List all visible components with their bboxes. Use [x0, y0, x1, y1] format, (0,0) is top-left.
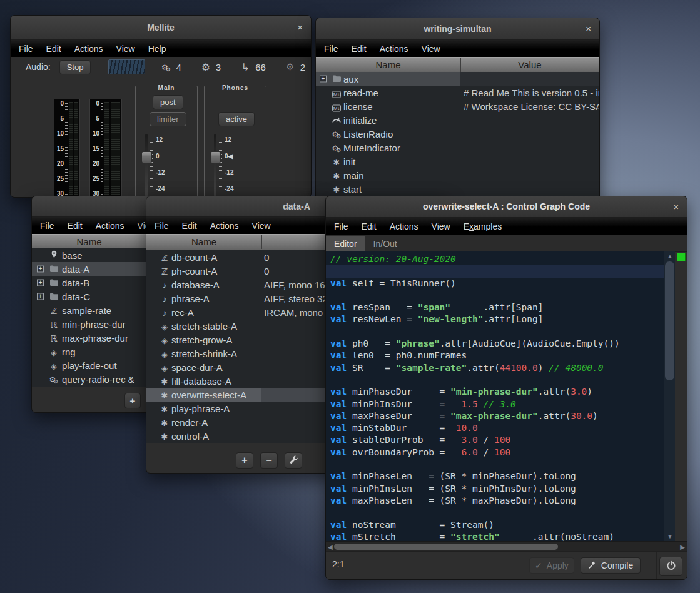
code-line[interactable] — [330, 326, 668, 338]
list-item-ListenRadio[interactable]: ⚙⚙ListenRadio — [316, 127, 599, 141]
code-line[interactable]: val mStretch = "stretch" .attr(noStream) — [330, 531, 668, 541]
scroll-up-icon[interactable]: ▲ — [667, 253, 673, 260]
code-line[interactable]: val ovrBoundaryProb = 6.0 / 100 — [330, 447, 668, 459]
list-item-main[interactable]: ✱main — [316, 168, 599, 182]
horizontal-scrollbar[interactable]: ◀ ▶ — [326, 541, 687, 552]
column-header[interactable]: Name Value — [316, 57, 599, 73]
expander-icon[interactable]: + — [37, 280, 44, 286]
menu-view[interactable]: View — [422, 44, 440, 54]
list-item-read-me[interactable]: M↓read-me# Read Me This is version 0.5 -… — [316, 86, 599, 99]
menu-edit[interactable]: Edit — [46, 44, 61, 54]
code-line[interactable]: val maxPhaseLen = (SR * maxPhaseDur).toL… — [330, 495, 668, 507]
code-line[interactable]: val SR = "sample-rate".attr(44100.0) // … — [330, 362, 668, 374]
stop-button[interactable]: Stop — [59, 60, 91, 74]
menu-edit[interactable]: Edit — [68, 221, 83, 231]
scroll-right-icon[interactable]: ▶ — [680, 544, 685, 550]
titlebar[interactable]: overwrite-select-A : Control Graph Code … — [326, 196, 687, 218]
list-item-start[interactable]: ✱start — [316, 182, 599, 196]
list-item-initialize[interactable]: initialize — [316, 113, 599, 127]
scroll-left-icon[interactable]: ◀ — [328, 544, 333, 550]
code-line[interactable]: val minPhaseDur = "min-phrase-dur".attr(… — [330, 386, 668, 398]
code-line[interactable] — [326, 265, 668, 277]
menu-actions[interactable]: Actions — [96, 221, 124, 231]
column-value[interactable]: Value — [461, 58, 599, 72]
code-line[interactable] — [330, 507, 668, 519]
post-button[interactable]: post — [153, 95, 183, 109]
horizontal-scroll-thumb[interactable] — [334, 544, 558, 550]
menu-file[interactable]: File — [19, 44, 33, 54]
code-line[interactable] — [330, 374, 668, 386]
phones-fader-track[interactable] — [214, 134, 216, 196]
code-line[interactable] — [330, 459, 668, 470]
column-name[interactable]: Name — [316, 58, 461, 72]
titlebar[interactable]: writing-simultan × — [316, 18, 599, 40]
menu-file[interactable]: File — [324, 44, 338, 54]
code-line[interactable]: val self = ThisRunner() — [330, 278, 668, 290]
power-button[interactable] — [659, 557, 682, 576]
menu-actions[interactable]: Actions — [380, 44, 408, 54]
close-icon[interactable]: × — [586, 18, 591, 39]
code-line[interactable] — [330, 290, 668, 302]
code-line[interactable]: val minPhaseLen = (SR * minPhaseDur).toL… — [330, 470, 668, 482]
code-line[interactable]: val ph0 = "phrase".attr[AudioCue](AudioC… — [330, 338, 668, 350]
active-toggle[interactable]: active — [218, 112, 255, 126]
menu-actions[interactable]: Actions — [390, 221, 418, 231]
code-line[interactable]: // version: 20-Aug-2020 — [330, 253, 668, 265]
vertical-scrollbar[interactable]: ▲ ▼ — [664, 251, 675, 541]
main-fader-track[interactable] — [145, 134, 148, 196]
close-icon[interactable]: × — [297, 16, 303, 39]
menu-examples[interactable]: Examples — [464, 221, 502, 231]
menu-edit[interactable]: Edit — [182, 221, 197, 231]
code-line[interactable]: val resSpan = "span" .attr[Span] — [330, 302, 668, 313]
edit-button[interactable] — [285, 452, 302, 469]
menu-actions[interactable]: Actions — [74, 44, 103, 54]
menu-view[interactable]: View — [432, 221, 450, 231]
menu-file[interactable]: File — [334, 221, 348, 231]
expander-icon[interactable]: + — [37, 266, 44, 273]
menubar[interactable]: FileEditActionsView — [316, 40, 599, 57]
tab-editor[interactable]: Editor — [326, 236, 365, 251]
menu-file[interactable]: File — [40, 221, 54, 231]
vertical-scroll-thumb[interactable] — [665, 261, 674, 380]
menu-edit[interactable]: Edit — [362, 221, 377, 231]
code-line[interactable]: val minPhInsLen = (SR * minPhInsDur).toL… — [330, 483, 668, 495]
window-writing-simultan[interactable]: writing-simultan × FileEditActionsView N… — [315, 18, 600, 201]
code-editor[interactable]: // version: 20-Aug-2020 val self = ThisR… — [326, 251, 675, 541]
titlebar[interactable]: Mellite × — [11, 16, 311, 40]
code-line[interactable]: val minStabDur = 10.0 — [330, 422, 668, 434]
list-item-init[interactable]: ✱init — [316, 155, 599, 168]
menubar[interactable]: FileEditActionsViewHelp — [11, 40, 311, 57]
expander-icon[interactable]: + — [320, 76, 327, 83]
remove-button[interactable]: − — [260, 452, 278, 469]
list-item-MuteIndicator[interactable]: ⚙⚙MuteIndicator — [316, 141, 599, 155]
column-name[interactable]: Name — [32, 235, 147, 249]
column-name[interactable]: Name — [146, 235, 262, 249]
menu-edit[interactable]: Edit — [352, 44, 367, 54]
menu-help[interactable]: Help — [148, 44, 166, 54]
menu-view[interactable]: View — [116, 44, 135, 54]
add-button[interactable]: + — [124, 393, 141, 408]
scroll-down-icon[interactable]: ▼ — [667, 533, 673, 540]
menu-view[interactable]: View — [252, 221, 271, 231]
list-item-license[interactable]: M↓license# Workspace License: CC BY-SA 4… — [316, 99, 599, 113]
close-icon[interactable]: × — [673, 196, 679, 217]
expander-icon[interactable]: + — [37, 293, 44, 300]
compile-button[interactable]: Compile — [581, 557, 641, 574]
code-line[interactable]: val noStream = Stream() — [330, 519, 668, 531]
window-mellite[interactable]: Mellite × FileEditActionsViewHelp Audio:… — [10, 15, 312, 198]
window-code-editor[interactable]: overwrite-select-A : Control Graph Code … — [325, 196, 687, 580]
phones-fader-thumb[interactable] — [210, 151, 221, 163]
menu-file[interactable]: File — [155, 221, 169, 231]
code-line[interactable]: val stableDurProb = 3.0 / 100 — [330, 434, 668, 446]
code-line[interactable]: val maxPhaseDur = "max-phrase-dur".attr(… — [330, 410, 668, 422]
code-line[interactable]: val minPhInsDur = 1.5 // 3.0 — [330, 398, 668, 410]
main-fader-thumb[interactable] — [141, 151, 152, 163]
apply-button[interactable]: ✓ Apply — [529, 557, 574, 574]
code-line[interactable]: val resNewLen = "new-length".attr[Long] — [330, 313, 668, 325]
menubar[interactable]: FileEditActionsViewExamples — [326, 218, 687, 235]
menu-actions[interactable]: Actions — [210, 221, 239, 231]
limiter-toggle[interactable]: limiter — [150, 112, 186, 126]
list-item-aux[interactable]: +aux — [316, 72, 599, 86]
add-button[interactable]: + — [236, 452, 253, 469]
code-line[interactable]: val len0 = ph0.numFrames — [330, 350, 668, 362]
